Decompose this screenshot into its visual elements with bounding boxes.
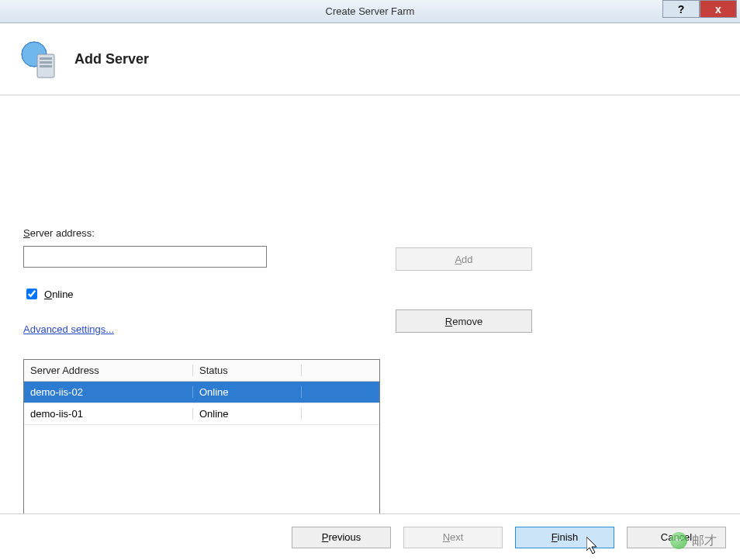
server-address-label: Server address: [23,227,95,239]
table-header: Server Address Status [24,360,379,382]
previous-button[interactable]: Previous [292,527,391,548]
online-checkbox-row: Online [23,286,74,302]
cell-status: Online [193,408,302,420]
help-icon: ? [678,3,685,16]
svg-rect-3 [40,61,52,64]
table-row[interactable]: demo-iis-01Online [24,403,379,425]
page-title: Add Server [74,51,149,67]
cell-server-address: demo-iis-02 [24,386,193,398]
col-header-status[interactable]: Status [193,365,302,376]
next-button[interactable]: Next [403,527,503,548]
finish-button[interactable]: Finish [515,527,614,548]
cell-server-address: demo-iis-01 [24,408,193,420]
server-farm-icon [17,37,61,81]
online-checkbox[interactable] [26,289,37,299]
help-button[interactable]: ? [662,0,700,18]
remove-button[interactable]: Remove [396,309,532,333]
svg-rect-4 [40,65,52,67]
server-address-input[interactable] [23,246,267,268]
advanced-settings-link[interactable]: Advanced settings... [23,323,114,335]
cell-status: Online [193,386,302,398]
wizard-header: Add Server [0,23,740,95]
col-header-address[interactable]: Server Address [24,365,193,376]
titlebar: Create Server Farm ? x [0,0,740,23]
add-button[interactable]: Add [396,247,532,271]
window-title: Create Server Farm [326,5,415,17]
table-row[interactable]: demo-iis-02Online [24,382,379,403]
svg-rect-2 [40,57,52,60]
close-icon: x [715,3,721,16]
wizard-footer: Previous Next Finish Cancel 邮才 [0,513,740,560]
content-area: Server address: Add Online Advanced sett… [0,95,740,553]
online-label: Online [44,289,74,300]
close-button[interactable]: x [700,0,737,18]
cancel-button[interactable]: Cancel [627,527,726,548]
